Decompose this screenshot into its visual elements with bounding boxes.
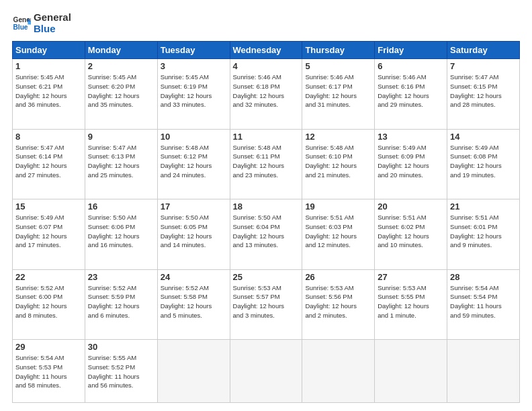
day-number: 11 bbox=[233, 132, 300, 142]
table-cell bbox=[230, 340, 302, 403]
day-number: 18 bbox=[233, 201, 300, 212]
table-cell: 26Sunrise: 5:53 AM Sunset: 5:56 PM Dayli… bbox=[302, 269, 375, 340]
day-number: 27 bbox=[378, 272, 444, 282]
header-tuesday: Tuesday bbox=[157, 42, 230, 59]
header-monday: Monday bbox=[85, 42, 157, 59]
day-number: 7 bbox=[450, 61, 517, 71]
table-cell: 4Sunrise: 5:46 AM Sunset: 6:18 PM Daylig… bbox=[230, 59, 302, 130]
table-cell: 28Sunrise: 5:54 AM Sunset: 5:54 PM Dayli… bbox=[447, 269, 520, 340]
logo: General Blue General Blue bbox=[12, 12, 71, 34]
day-info: Sunrise: 5:46 AM Sunset: 6:17 PM Dayligh… bbox=[305, 73, 371, 109]
table-cell: 10Sunrise: 5:48 AM Sunset: 6:12 PM Dayli… bbox=[157, 129, 230, 199]
day-info: Sunrise: 5:46 AM Sunset: 6:18 PM Dayligh… bbox=[233, 73, 300, 109]
table-cell: 15Sunrise: 5:49 AM Sunset: 6:07 PM Dayli… bbox=[13, 199, 85, 270]
header: General Blue General Blue bbox=[12, 12, 520, 34]
table-cell: 5Sunrise: 5:46 AM Sunset: 6:17 PM Daylig… bbox=[302, 59, 375, 130]
day-number: 25 bbox=[233, 272, 300, 282]
week-row-2: 8Sunrise: 5:47 AM Sunset: 6:14 PM Daylig… bbox=[13, 129, 520, 199]
day-info: Sunrise: 5:51 AM Sunset: 6:03 PM Dayligh… bbox=[305, 213, 371, 250]
day-info: Sunrise: 5:48 AM Sunset: 6:10 PM Dayligh… bbox=[305, 143, 371, 180]
page: General Blue General Blue Sunday Monday … bbox=[0, 0, 532, 411]
day-info: Sunrise: 5:52 AM Sunset: 6:00 PM Dayligh… bbox=[15, 283, 82, 320]
table-cell: 20Sunrise: 5:51 AM Sunset: 6:02 PM Dayli… bbox=[375, 199, 447, 270]
day-number: 15 bbox=[15, 201, 82, 212]
table-cell: 1Sunrise: 5:45 AM Sunset: 6:21 PM Daylig… bbox=[13, 59, 85, 130]
table-cell: 16Sunrise: 5:50 AM Sunset: 6:06 PM Dayli… bbox=[85, 199, 157, 270]
day-number: 29 bbox=[15, 342, 82, 352]
table-cell: 7Sunrise: 5:47 AM Sunset: 6:15 PM Daylig… bbox=[447, 59, 520, 130]
table-cell: 2Sunrise: 5:45 AM Sunset: 6:20 PM Daylig… bbox=[85, 59, 157, 130]
day-number: 9 bbox=[88, 132, 154, 142]
header-friday: Friday bbox=[375, 42, 447, 59]
day-info: Sunrise: 5:47 AM Sunset: 6:14 PM Dayligh… bbox=[15, 143, 82, 180]
table-cell bbox=[447, 340, 520, 403]
day-info: Sunrise: 5:49 AM Sunset: 6:07 PM Dayligh… bbox=[15, 213, 82, 250]
day-number: 13 bbox=[378, 132, 444, 142]
svg-marker-3 bbox=[28, 21, 31, 24]
day-info: Sunrise: 5:48 AM Sunset: 6:12 PM Dayligh… bbox=[161, 143, 227, 180]
week-row-5: 29Sunrise: 5:54 AM Sunset: 5:53 PM Dayli… bbox=[13, 340, 520, 403]
table-cell: 23Sunrise: 5:52 AM Sunset: 5:59 PM Dayli… bbox=[85, 269, 157, 340]
day-info: Sunrise: 5:46 AM Sunset: 6:16 PM Dayligh… bbox=[378, 73, 444, 109]
day-number: 23 bbox=[88, 272, 154, 282]
day-info: Sunrise: 5:55 AM Sunset: 5:52 PM Dayligh… bbox=[88, 353, 154, 390]
day-number: 24 bbox=[161, 272, 227, 282]
header-thursday: Thursday bbox=[302, 42, 375, 59]
day-info: Sunrise: 5:45 AM Sunset: 6:19 PM Dayligh… bbox=[161, 73, 227, 109]
svg-text:Blue: Blue bbox=[13, 23, 28, 30]
table-cell bbox=[157, 340, 230, 403]
day-number: 10 bbox=[161, 132, 227, 142]
table-cell: 6Sunrise: 5:46 AM Sunset: 6:16 PM Daylig… bbox=[375, 59, 447, 130]
day-number: 28 bbox=[450, 272, 517, 282]
day-number: 1 bbox=[15, 61, 82, 71]
table-cell: 8Sunrise: 5:47 AM Sunset: 6:14 PM Daylig… bbox=[13, 129, 85, 199]
day-number: 22 bbox=[15, 272, 82, 282]
day-number: 26 bbox=[305, 272, 371, 282]
header-saturday: Saturday bbox=[447, 42, 520, 59]
day-number: 17 bbox=[161, 201, 227, 212]
day-info: Sunrise: 5:54 AM Sunset: 5:53 PM Dayligh… bbox=[15, 353, 82, 390]
day-info: Sunrise: 5:50 AM Sunset: 6:06 PM Dayligh… bbox=[88, 213, 154, 250]
logo-blue: Blue bbox=[34, 24, 71, 35]
day-info: Sunrise: 5:52 AM Sunset: 5:59 PM Dayligh… bbox=[88, 283, 154, 320]
day-info: Sunrise: 5:52 AM Sunset: 5:58 PM Dayligh… bbox=[161, 283, 227, 320]
table-cell: 11Sunrise: 5:48 AM Sunset: 6:11 PM Dayli… bbox=[230, 129, 302, 199]
logo-icon: General Blue bbox=[12, 14, 31, 33]
day-number: 5 bbox=[305, 61, 371, 71]
day-info: Sunrise: 5:51 AM Sunset: 6:01 PM Dayligh… bbox=[450, 213, 517, 250]
week-row-4: 22Sunrise: 5:52 AM Sunset: 6:00 PM Dayli… bbox=[13, 269, 520, 340]
table-cell: 27Sunrise: 5:53 AM Sunset: 5:55 PM Dayli… bbox=[375, 269, 447, 340]
table-cell: 12Sunrise: 5:48 AM Sunset: 6:10 PM Dayli… bbox=[302, 129, 375, 199]
week-row-3: 15Sunrise: 5:49 AM Sunset: 6:07 PM Dayli… bbox=[13, 199, 520, 270]
day-number: 20 bbox=[378, 201, 444, 212]
day-info: Sunrise: 5:54 AM Sunset: 5:54 PM Dayligh… bbox=[450, 283, 517, 320]
day-info: Sunrise: 5:48 AM Sunset: 6:11 PM Dayligh… bbox=[233, 143, 300, 180]
day-info: Sunrise: 5:53 AM Sunset: 5:57 PM Dayligh… bbox=[233, 283, 300, 320]
table-cell: 9Sunrise: 5:47 AM Sunset: 6:13 PM Daylig… bbox=[85, 129, 157, 199]
day-number: 21 bbox=[450, 201, 517, 212]
table-cell: 22Sunrise: 5:52 AM Sunset: 6:00 PM Dayli… bbox=[13, 269, 85, 340]
day-number: 19 bbox=[305, 201, 371, 212]
day-number: 16 bbox=[88, 201, 154, 212]
day-number: 8 bbox=[15, 132, 82, 142]
table-cell: 30Sunrise: 5:55 AM Sunset: 5:52 PM Dayli… bbox=[85, 340, 157, 403]
day-number: 6 bbox=[378, 61, 444, 71]
day-info: Sunrise: 5:45 AM Sunset: 6:20 PM Dayligh… bbox=[88, 73, 154, 109]
day-info: Sunrise: 5:47 AM Sunset: 6:15 PM Dayligh… bbox=[450, 73, 517, 109]
table-cell: 18Sunrise: 5:50 AM Sunset: 6:04 PM Dayli… bbox=[230, 199, 302, 270]
day-info: Sunrise: 5:47 AM Sunset: 6:13 PM Dayligh… bbox=[88, 143, 154, 180]
table-cell: 17Sunrise: 5:50 AM Sunset: 6:05 PM Dayli… bbox=[157, 199, 230, 270]
day-info: Sunrise: 5:49 AM Sunset: 6:09 PM Dayligh… bbox=[378, 143, 444, 180]
table-cell bbox=[302, 340, 375, 403]
day-info: Sunrise: 5:50 AM Sunset: 6:05 PM Dayligh… bbox=[161, 213, 227, 250]
logo-general: General bbox=[34, 12, 71, 24]
table-cell: 14Sunrise: 5:49 AM Sunset: 6:08 PM Dayli… bbox=[447, 129, 520, 199]
table-cell bbox=[375, 340, 447, 403]
table-cell: 24Sunrise: 5:52 AM Sunset: 5:58 PM Dayli… bbox=[157, 269, 230, 340]
day-info: Sunrise: 5:49 AM Sunset: 6:08 PM Dayligh… bbox=[450, 143, 517, 180]
header-sunday: Sunday bbox=[13, 42, 85, 59]
table-cell: 19Sunrise: 5:51 AM Sunset: 6:03 PM Dayli… bbox=[302, 199, 375, 270]
day-info: Sunrise: 5:50 AM Sunset: 6:04 PM Dayligh… bbox=[233, 213, 300, 250]
day-info: Sunrise: 5:45 AM Sunset: 6:21 PM Dayligh… bbox=[15, 73, 82, 109]
day-number: 3 bbox=[161, 61, 227, 71]
